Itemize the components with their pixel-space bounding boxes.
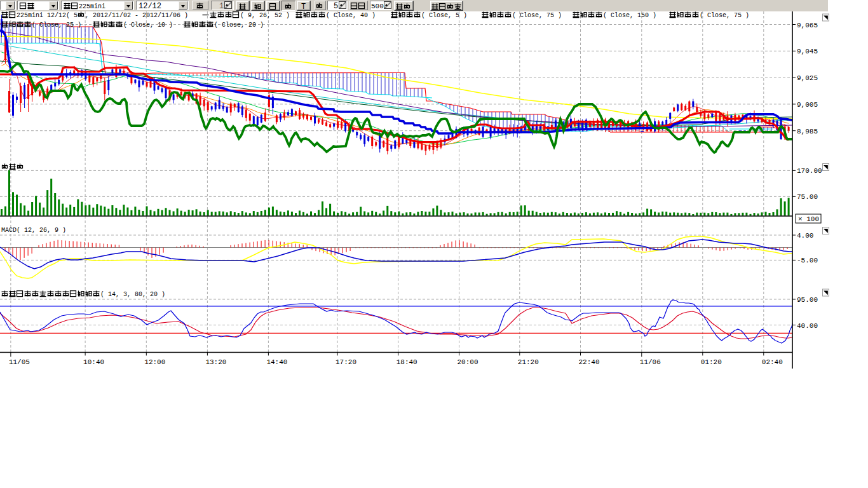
svg-text:-5.00: -5.00 [797,257,818,264]
svg-text:21:20: 21:20 [518,358,539,366]
svg-text:14:40: 14:40 [266,358,287,366]
svg-text:( Close, 5 ): ( Close, 5 ) [421,12,467,19]
svg-text:( 9, 26, 52 ): ( 9, 26, 52 ) [240,12,290,19]
svg-text:500: 500 [371,3,384,10]
svg-text:95.00: 95.00 [797,296,818,304]
svg-text:( Close, 10 ): ( Close, 10 ) [123,22,173,29]
svg-text:( Close, 20 ): ( Close, 20 ) [214,22,264,29]
svg-text:( Close, 75 ): ( Close, 75 ) [512,12,562,19]
svg-text:T: T [301,3,306,11]
svg-text:( Close, 40 ): ( Close, 40 ) [326,12,376,19]
svg-text:( Close, 25 ): ( Close, 25 ) [32,22,81,29]
svg-text:17:20: 17:20 [336,358,356,366]
svg-text:20:00: 20:00 [458,358,478,366]
svg-text:13:20: 13:20 [205,358,226,366]
svg-text:11/06: 11/06 [640,358,661,366]
svg-text:9,025: 9,025 [797,74,818,82]
svg-text:18:40: 18:40 [397,358,417,366]
svg-text:4.00: 4.00 [797,232,813,240]
svg-text:02:40: 02:40 [762,358,783,366]
svg-text:11/05: 11/05 [9,358,30,366]
svg-text:5: 5 [334,2,338,11]
svg-text:8,985: 8,985 [797,128,818,135]
svg-text:× 100: × 100 [798,215,819,223]
svg-text:, 2012/11/02 - 2012/11/06 ): , 2012/11/02 - 2012/11/06 ) [85,12,188,19]
svg-text:MACD( 12, 26, 9 ): MACD( 12, 26, 9 ) [1,227,66,234]
svg-text:9,005: 9,005 [797,101,818,109]
svg-text:225mini 12/12( 5: 225mini 12/12( 5 [17,12,78,19]
svg-text:( Close, 150 ): ( Close, 150 ) [603,12,656,19]
svg-text:9,065: 9,065 [797,22,818,29]
svg-text:75.00: 75.00 [797,193,818,201]
svg-text:( 14, 3, 80, 20 ): ( 14, 3, 80, 20 ) [100,291,165,298]
svg-text:12/12: 12/12 [139,2,161,11]
svg-text:40.00: 40.00 [797,322,818,330]
svg-text:170.00: 170.00 [797,167,822,175]
svg-text:01:20: 01:20 [701,358,722,366]
svg-text:10:40: 10:40 [83,358,104,366]
svg-text:12:00: 12:00 [144,358,165,366]
svg-text:225mini: 225mini [79,3,105,10]
svg-text:22:40: 22:40 [579,358,600,366]
svg-text:9,045: 9,045 [797,48,818,55]
svg-text:( Close, 75 ): ( Close, 75 ) [700,12,749,19]
svg-text:1: 1 [219,2,224,11]
